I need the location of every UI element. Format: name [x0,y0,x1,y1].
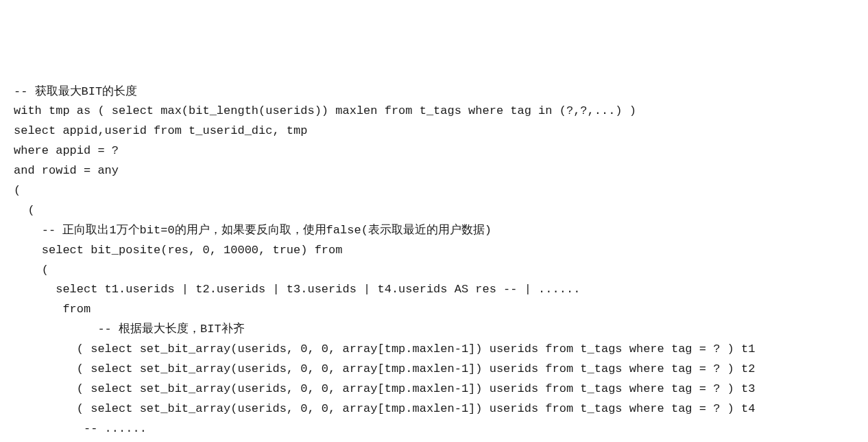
code-line: select appid,userid from t_userid_dic, t… [14,124,307,137]
code-line: -- 正向取出1万个bit=0的用户，如果要反向取，使用false(表示取最近的… [14,224,492,237]
code-line: select bit_posite(res, 0, 10000, true) f… [14,244,342,257]
code-line: -- 根据最大长度，BIT补齐 [14,323,245,336]
code-line: ( [14,184,21,197]
code-line: from [14,303,91,316]
code-block: -- 获取最大BIT的长度 with tmp as ( select max(b… [14,82,854,442]
code-line: ( select set_bit_array(userids, 0, 0, ar… [14,402,755,415]
code-line: -- ...... [14,422,147,435]
code-line: with tmp as ( select max(bit_length(user… [14,104,636,117]
code-line: ( select set_bit_array(userids, 0, 0, ar… [14,382,755,395]
code-line: select t1.userids | t2.userids | t3.user… [14,283,580,296]
code-line: -- 获取最大BIT的长度 [14,85,137,98]
code-line: ( [14,204,35,217]
code-line: where appid = ? [14,144,119,157]
code-line: ( select set_bit_array(userids, 0, 0, ar… [14,362,755,375]
code-line: and rowid = any [14,164,119,177]
code-line: ( [14,264,49,277]
code-line: ( select set_bit_array(userids, 0, 0, ar… [14,342,755,356]
